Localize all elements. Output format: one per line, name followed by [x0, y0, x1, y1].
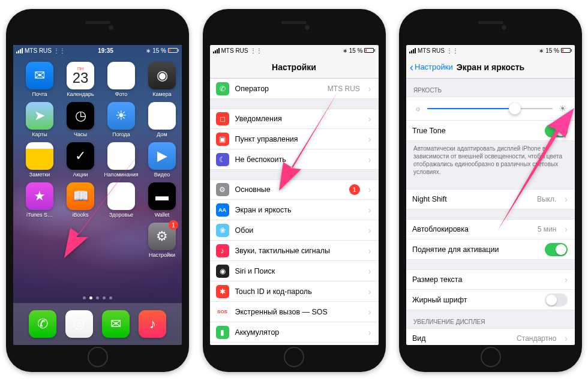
app-tile[interactable]: ♥ [107, 182, 135, 210]
chevron-icon: › [368, 307, 371, 317]
control-center-cell[interactable]: ▣Пункт управления› [210, 129, 379, 149]
bold-text-cell[interactable]: Жирный шрифт [406, 290, 575, 310]
back-button[interactable]: ‹Настройки [410, 62, 453, 73]
touchid-cell[interactable]: ✱Touch ID и код-пароль› [210, 281, 379, 302]
nav-title: Настройки [272, 62, 316, 72]
wallet-app[interactable]: ▬Wallet [145, 182, 179, 218]
battery-cell[interactable]: ▮Аккумулятор› [210, 322, 379, 343]
app-tile[interactable] [26, 142, 53, 170]
zoom-cell[interactable]: Вид Стандартно › [406, 328, 575, 345]
bold-toggle[interactable] [545, 293, 568, 307]
wifi-icon: ⋮⋮ [446, 47, 458, 54]
app-tile[interactable]: ✿ [107, 62, 135, 89]
reminders-app[interactable]: ≡Напоминания [104, 142, 139, 178]
app-label: Видео [154, 172, 170, 178]
chevron-icon: › [368, 134, 371, 144]
cell-icon: ✆ [216, 82, 229, 95]
chevron-icon: › [368, 246, 371, 256]
nav-bar: Настройки [210, 56, 379, 79]
app-tile[interactable]: 📖 [67, 182, 94, 210]
brightness-slider[interactable] [427, 108, 553, 109]
brightness-header: ЯРКОСТЬ [406, 79, 575, 97]
sounds-cell[interactable]: ♪Звуки, тактильные сигналы› [210, 241, 379, 261]
truetone-toggle[interactable] [545, 124, 568, 137]
app-tile[interactable]: ➤ [26, 102, 53, 130]
status-bar: MTS RUS⋮⋮ 19:35 ∗15 % [13, 45, 182, 56]
notes-app[interactable]: Заметки [22, 142, 57, 178]
chevron-icon: › [368, 155, 371, 164]
truetone-cell[interactable]: True Tone [406, 121, 575, 141]
carrier-cell[interactable]: ✆ОператорMTS RUS› [210, 79, 379, 99]
app-tile[interactable]: ▬ [148, 182, 176, 210]
home-button[interactable] [284, 347, 304, 367]
chevron-icon: › [565, 334, 568, 343]
weather-app[interactable]: ☀Погода [104, 102, 139, 137]
wifi-icon: ⋮⋮ [53, 47, 65, 54]
nav-bar: ‹Настройки Экран и яркость [406, 56, 575, 79]
home-button[interactable] [88, 347, 108, 367]
cell-icon: ◻ [216, 112, 229, 125]
raise-to-wake-cell[interactable]: Поднятие для активации [406, 239, 575, 260]
chevron-icon: › [368, 205, 371, 215]
chevron-icon: › [368, 84, 371, 94]
app-tile[interactable]: ◷ [67, 102, 94, 130]
siri-cell[interactable]: ◉Siri и Поиск› [210, 261, 379, 281]
app-label: Часы [74, 131, 87, 137]
wallpaper-cell[interactable]: ❀Обои› [210, 220, 379, 241]
cell-label: Основные [235, 185, 343, 194]
app-tile[interactable]: ★ [26, 182, 53, 210]
mail-app[interactable]: ✉Почта [22, 62, 57, 97]
cell-icon: ♪ [216, 244, 229, 257]
app-tile[interactable]: ⚙1 [148, 223, 176, 250]
cell-label: Уведомления [235, 115, 360, 123]
app-tile[interactable]: ◉ [148, 62, 176, 89]
health-app[interactable]: ♥Здоровье [104, 182, 139, 218]
music-app[interactable]: ♪ [139, 310, 166, 338]
bluetooth-icon: ∗ [343, 47, 347, 54]
safari-app[interactable]: ◎ [65, 310, 93, 338]
general-cell[interactable]: ⚙Основные1› [210, 179, 379, 200]
phone-settings: MTS RUS⋮⋮ ∗15 % Настройки ✆ОператорMTS R… [203, 9, 386, 372]
app-tile[interactable]: ☀ [107, 102, 135, 130]
notifications-cell[interactable]: ◻Уведомления› [210, 109, 379, 129]
dnd-cell[interactable]: ☾Не беспокоить› [210, 149, 379, 170]
app-tile[interactable]: пн23 [67, 62, 94, 89]
video-app[interactable]: ▶Видео [145, 142, 179, 178]
text-size-cell[interactable]: Размер текста › [406, 269, 575, 290]
app-tile[interactable]: ✉ [26, 62, 53, 89]
autolock-cell[interactable]: Автоблокировка 5 мин › [406, 219, 575, 239]
night-shift-cell[interactable]: Night Shift Выкл. › [406, 189, 575, 209]
home-button[interactable] [481, 347, 501, 367]
messages-app[interactable]: ✉ [102, 310, 130, 338]
home-app[interactable]: ⌂Дом [145, 102, 179, 137]
chevron-icon: › [565, 224, 568, 234]
brightness-slider-row[interactable]: ☼ ☀ [406, 97, 575, 121]
app-tile[interactable]: ✓ [67, 142, 94, 170]
carrier-label: MTS RUS [25, 47, 52, 54]
cell-icon: ❀ [216, 224, 229, 237]
app-tile[interactable]: ≡ [107, 142, 135, 170]
stocks-app[interactable]: ✓Акции [63, 142, 98, 178]
photos-app[interactable]: ✿Фото [104, 62, 139, 97]
privacy-cell[interactable]: ✋Конфиденциальность› [210, 343, 379, 345]
clock-app[interactable]: ◷Часы [63, 102, 98, 137]
phone-app[interactable]: ✆ [29, 310, 56, 338]
cell-icon: ◉ [216, 265, 229, 278]
raise-toggle[interactable] [545, 243, 568, 256]
ibooks-app[interactable]: 📖iBooks [63, 182, 98, 218]
status-bar: MTS RUS⋮⋮ ∗15 % [210, 45, 379, 56]
chevron-icon: › [368, 328, 371, 337]
maps-app[interactable]: ➤Карты [22, 102, 57, 137]
app-tile[interactable]: ⌂ [148, 102, 176, 130]
cell-icon: ▣ [216, 133, 229, 146]
status-bar: MTS RUS⋮⋮ ∗15 % [406, 45, 575, 56]
calendar-app[interactable]: пн23Календарь [63, 62, 98, 97]
app-label: Камера [152, 91, 171, 97]
app-tile[interactable]: ▶ [148, 142, 176, 170]
display-cell[interactable]: AAЭкран и яркость› [210, 200, 379, 220]
itunes-app[interactable]: ★iTunes S… [22, 182, 57, 218]
sos-cell[interactable]: SOSЭкстренный вызов — SOS› [210, 302, 379, 322]
settings-app[interactable]: ⚙1Настройки [145, 223, 179, 258]
camera-app[interactable]: ◉Камера [145, 62, 179, 97]
cell-label: Оператор [235, 85, 322, 93]
